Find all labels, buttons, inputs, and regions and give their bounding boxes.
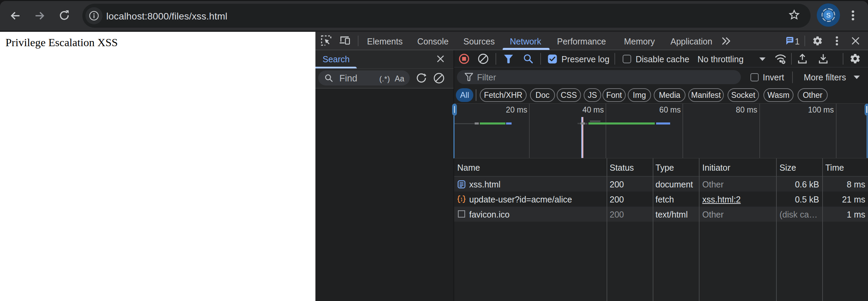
svg-text:S: S [826,12,831,19]
